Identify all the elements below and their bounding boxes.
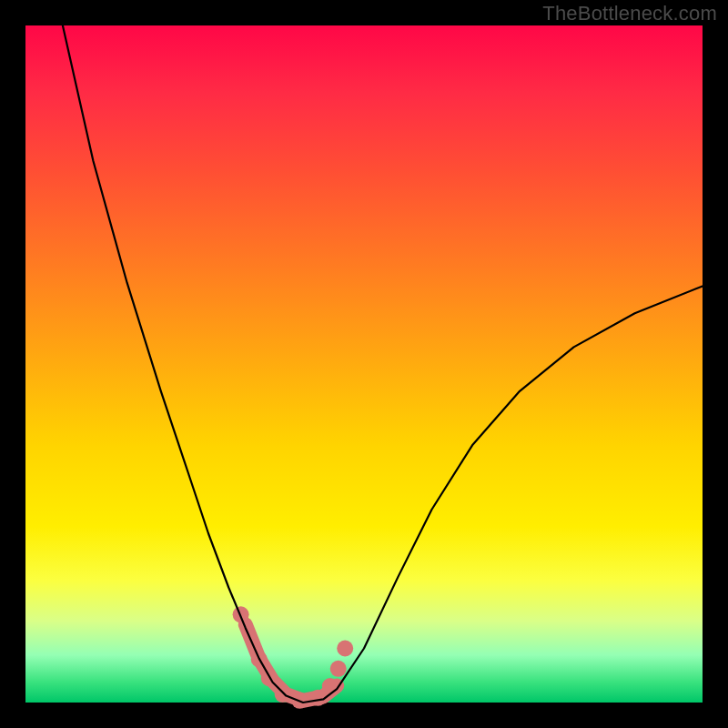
bead-8 — [337, 641, 353, 657]
watermark-text: TheBottleneck.com — [542, 2, 717, 25]
bead-3 — [275, 686, 291, 703]
bead-6 — [322, 678, 339, 694]
black-curve-group — [63, 25, 703, 703]
chart-frame: TheBottleneck.com — [0, 0, 728, 728]
chart-svg — [25, 25, 703, 703]
black-curve-path — [63, 25, 703, 703]
plot-area — [25, 25, 703, 703]
bead-7 — [330, 661, 347, 677]
